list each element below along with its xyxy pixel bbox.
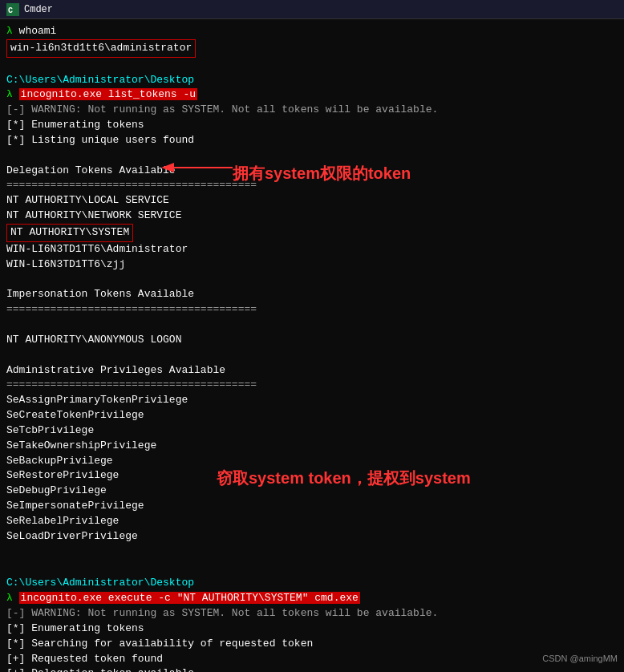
token-local-service: NT AUTHORITY\LOCAL SERVICE xyxy=(6,193,618,208)
admin-priv-sep: ======================================== xyxy=(6,378,618,393)
lambda-1: λ xyxy=(6,25,19,37)
priv-1: SeAssignPrimaryTokenPrivilege xyxy=(6,393,618,408)
annotation-text-1: 拥有system权限的token xyxy=(233,164,411,182)
priv-3: SeTcbPrivilege xyxy=(6,423,618,439)
line-system: NT AUTHORITY\SYSTEM xyxy=(6,224,618,242)
s2-search: [*] Searching for availability of reques… xyxy=(6,637,618,652)
s2-warning: [-] WARNING: Not running as SYSTEM. Not … xyxy=(6,606,618,621)
s2-found: [+] Requested token found xyxy=(6,652,618,667)
line-5: λ incognito.exe list_tokens -u xyxy=(6,87,618,103)
token-network-service: NT AUTHORITY\NETWORK SERVICE xyxy=(6,208,618,224)
svg-text:C: C xyxy=(8,6,13,15)
window-title: Cmder xyxy=(24,4,53,15)
line-exec: λ incognito.exe execute -c "NT AUTHORITY… xyxy=(6,591,618,606)
token-zjj: WIN-LI6N3TD1TT6\zjj xyxy=(6,257,618,273)
priv-9: SeRelabelPrivilege xyxy=(6,514,618,529)
lambda-3: λ xyxy=(6,592,19,604)
priv-10: SeLoadDriverPrivilege xyxy=(6,529,618,544)
blank-7 xyxy=(6,560,618,575)
annotation-steal-token: 窃取system token，提权到system xyxy=(217,467,471,490)
token-anon: NT AUTHORITY\ANONYMOUS LOGON xyxy=(6,333,618,348)
blank-3 xyxy=(6,273,618,288)
blank-4 xyxy=(6,318,618,333)
blank-2 xyxy=(6,148,618,164)
terminal: λ whoami win-li6n3td1tt6\administrator C… xyxy=(0,19,624,672)
path-1: C:\Users\Administrator\Desktop xyxy=(6,73,618,88)
watermark-text: CSDN @amingMM xyxy=(542,654,618,663)
line-1: λ whoami xyxy=(6,24,618,39)
line-8: [*] Listing unique users found xyxy=(6,133,618,148)
s2-delegation: [+] Delegation token available xyxy=(6,666,618,672)
lambda-2: λ xyxy=(6,88,19,100)
app-icon: C xyxy=(6,3,19,16)
impersonation-header: Impersonation Tokens Available xyxy=(6,287,618,302)
impersonation-sep: ======================================== xyxy=(6,302,618,318)
token-system: NT AUTHORITY\SYSTEM xyxy=(6,224,133,242)
priv-4: SeTakeOwnershipPrivilege xyxy=(6,439,618,454)
cmd-whoami: whoami xyxy=(19,25,57,37)
admin-priv-header: Administrative Privileges Available xyxy=(6,363,618,379)
titlebar: C Cmder xyxy=(0,0,624,19)
line-7: [*] Enumerating tokens xyxy=(6,118,618,133)
cmd-execute: incognito.exe execute -c "NT AUTHORITY\S… xyxy=(19,592,360,604)
whoami-result: win-li6n3td1tt6\administrator xyxy=(6,39,196,58)
blank-1 xyxy=(6,58,618,73)
priv-8: SeImpersonatePrivilege xyxy=(6,499,618,514)
priv-2: SeCreateTokenPrivilege xyxy=(6,408,618,423)
blank-5 xyxy=(6,348,618,363)
watermark: CSDN @amingMM xyxy=(542,653,618,666)
line-6: [-] WARNING: Not running as SYSTEM. Not … xyxy=(6,103,618,118)
annotation-system-token: 拥有system权限的token xyxy=(233,162,411,185)
annotation-text-2: 窃取system token，提权到system xyxy=(217,469,471,487)
token-admin: WIN-LI6N3TD1TT6\Administrator xyxy=(6,242,618,257)
s2-enum: [*] Enumerating tokens xyxy=(6,621,618,637)
blank-6 xyxy=(6,544,618,560)
cmd-list-tokens: incognito.exe list_tokens -u xyxy=(19,88,197,100)
line-2: win-li6n3td1tt6\administrator xyxy=(6,39,618,58)
arrow-1 xyxy=(156,156,237,180)
path-2: C:\Users\Administrator\Desktop xyxy=(6,576,618,591)
